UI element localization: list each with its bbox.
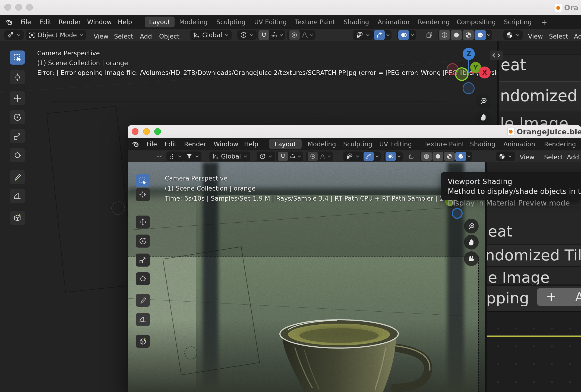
right-select-menu[interactable]: Select bbox=[544, 154, 563, 160]
camera-view-button[interactable] bbox=[464, 251, 479, 266]
xray-toggle[interactable] bbox=[406, 151, 417, 161]
right-add-menu[interactable]: Ad bbox=[574, 33, 581, 40]
snap-increment-icon[interactable] bbox=[289, 153, 296, 160]
tool-annotate[interactable] bbox=[136, 294, 150, 307]
sidebar-row-single-image[interactable]: e Image bbox=[488, 270, 581, 285]
chevron-down-icon[interactable] bbox=[410, 33, 415, 37]
pivot-point-dropdown[interactable] bbox=[257, 151, 275, 161]
right-shading-dropdown[interactable] bbox=[503, 30, 523, 40]
right-select-menu[interactable]: Select bbox=[549, 33, 568, 40]
view-menu[interactable]: View bbox=[94, 33, 109, 40]
sidebar-toggle-handle[interactable] bbox=[490, 50, 503, 60]
shading-rendered-button[interactable] bbox=[455, 152, 466, 161]
zoom-viewport-button[interactable] bbox=[476, 93, 491, 109]
chevron-down-icon[interactable] bbox=[397, 154, 401, 159]
pan-viewport-button[interactable] bbox=[476, 110, 491, 125]
gizmo-ball-x[interactable]: X bbox=[479, 67, 491, 78]
menu-render[interactable]: Render bbox=[59, 19, 81, 25]
selectability-dropdown[interactable] bbox=[353, 30, 373, 40]
tool-select-box[interactable] bbox=[136, 174, 150, 187]
selectability-dropdown[interactable] bbox=[343, 151, 362, 161]
tool-measure[interactable] bbox=[10, 189, 25, 203]
show-overlays-toggle[interactable] bbox=[386, 152, 396, 161]
tab-animation[interactable]: Animation bbox=[503, 141, 535, 147]
tab-uv-editing[interactable]: UV Editing bbox=[254, 19, 287, 25]
tool-rotate[interactable] bbox=[136, 235, 150, 248]
blender-logo-icon[interactable] bbox=[5, 18, 14, 26]
snap-increment-icon[interactable] bbox=[271, 31, 278, 39]
tool-move[interactable] bbox=[10, 91, 25, 105]
add-mapping-button[interactable]: + A bbox=[537, 288, 581, 306]
right-view-menu[interactable]: View bbox=[528, 33, 543, 40]
snap-toggle-button[interactable] bbox=[258, 30, 269, 40]
transform-orientation-dropdown[interactable]: Global bbox=[190, 30, 232, 40]
tool-cursor[interactable] bbox=[10, 70, 25, 84]
filter-dropdown[interactable] bbox=[184, 151, 201, 161]
editor-type-dropdown[interactable] bbox=[4, 30, 24, 40]
menu-window[interactable]: Window bbox=[87, 19, 112, 25]
sidebar-row-randomized[interactable]: ndomized Ti bbox=[500, 88, 581, 104]
menu-file[interactable]: File bbox=[21, 19, 31, 25]
zoom-viewport-button[interactable] bbox=[464, 219, 479, 233]
back-titlebar[interactable]: Ora bbox=[0, 0, 581, 15]
chevron-down-icon[interactable] bbox=[386, 33, 390, 37]
sidebar-row-single-image[interactable]: le Image bbox=[500, 116, 581, 125]
outliner-display-dropdown[interactable] bbox=[166, 151, 184, 161]
tool-cursor[interactable] bbox=[136, 188, 150, 201]
chevron-down-icon[interactable] bbox=[375, 154, 379, 159]
tab-shading[interactable]: Shading bbox=[344, 19, 369, 25]
chevron-down-icon[interactable] bbox=[467, 154, 471, 159]
shading-material-button[interactable] bbox=[463, 30, 474, 40]
falloff-curve-icon[interactable] bbox=[319, 153, 326, 160]
chevron-down-icon[interactable] bbox=[310, 33, 314, 37]
tool-add-cube[interactable] bbox=[136, 335, 150, 348]
menu-window[interactable]: Window bbox=[214, 141, 238, 147]
tab-rendering[interactable]: Rendering bbox=[418, 19, 450, 25]
shading-wireframe-button[interactable] bbox=[421, 152, 432, 161]
menu-help[interactable]: Help bbox=[244, 141, 258, 147]
minimize-button[interactable] bbox=[143, 128, 150, 135]
chevron-down-icon[interactable] bbox=[327, 154, 331, 159]
shading-solid-button[interactable] bbox=[451, 30, 462, 40]
snap-toggle-button[interactable] bbox=[278, 152, 288, 161]
tool-move[interactable] bbox=[136, 216, 150, 229]
shading-wireframe-button[interactable] bbox=[439, 30, 450, 40]
show-overlays-toggle[interactable] bbox=[398, 30, 409, 40]
tab-modeling[interactable]: Modeling bbox=[179, 19, 208, 25]
shading-material-button[interactable] bbox=[444, 152, 455, 161]
tool-select-box[interactable] bbox=[10, 50, 25, 65]
xray-toggle[interactable] bbox=[424, 30, 435, 40]
gizmo-ball-neg-z[interactable] bbox=[452, 208, 463, 219]
menu-edit[interactable]: Edit bbox=[39, 19, 52, 25]
tool-annotate[interactable] bbox=[10, 170, 25, 184]
front-titlebar[interactable]: OrangeJuice.ble bbox=[128, 125, 581, 138]
tab-sculpting[interactable]: Sculpting bbox=[343, 141, 372, 147]
gizmo-ball-neg-y-hover[interactable] bbox=[455, 67, 469, 81]
tab-layout[interactable]: Layout bbox=[145, 17, 175, 27]
falloff-curve-icon[interactable] bbox=[301, 31, 308, 39]
tool-transform[interactable] bbox=[136, 272, 150, 285]
close-button[interactable] bbox=[132, 128, 138, 135]
menu-help[interactable]: Help bbox=[118, 19, 132, 25]
gizmo-ball-neg-z[interactable] bbox=[463, 82, 475, 94]
menu-render[interactable]: Render bbox=[184, 141, 206, 147]
tab-texture-paint[interactable]: Texture Paint bbox=[295, 19, 335, 25]
menu-file[interactable]: File bbox=[147, 141, 157, 147]
tab-scripting[interactable]: Scripting bbox=[504, 19, 532, 25]
pivot-point-dropdown[interactable] bbox=[237, 30, 257, 40]
tab-shading[interactable]: Shading bbox=[470, 141, 495, 147]
tab-compositing[interactable]: Compositing bbox=[457, 19, 496, 25]
menu-edit[interactable]: Edit bbox=[165, 141, 177, 147]
sidebar-row-repeat[interactable]: eat bbox=[488, 224, 581, 239]
right-shading-dropdown[interactable] bbox=[496, 151, 515, 161]
transform-orientation-dropdown[interactable]: Global bbox=[209, 151, 250, 161]
close-button[interactable] bbox=[4, 4, 11, 11]
right-view-menu[interactable]: View bbox=[520, 154, 535, 160]
collapsed-menu-icon[interactable] bbox=[156, 153, 163, 160]
tool-rotate[interactable] bbox=[10, 110, 25, 124]
sidebar-row-randomized-tiling[interactable]: ndomized Tiling bbox=[485, 248, 581, 263]
object-menu[interactable]: Object bbox=[159, 33, 179, 40]
minimize-button[interactable] bbox=[15, 4, 22, 11]
tab-uv-editing[interactable]: UV Editing bbox=[379, 141, 412, 147]
tool-scale[interactable] bbox=[136, 254, 150, 267]
